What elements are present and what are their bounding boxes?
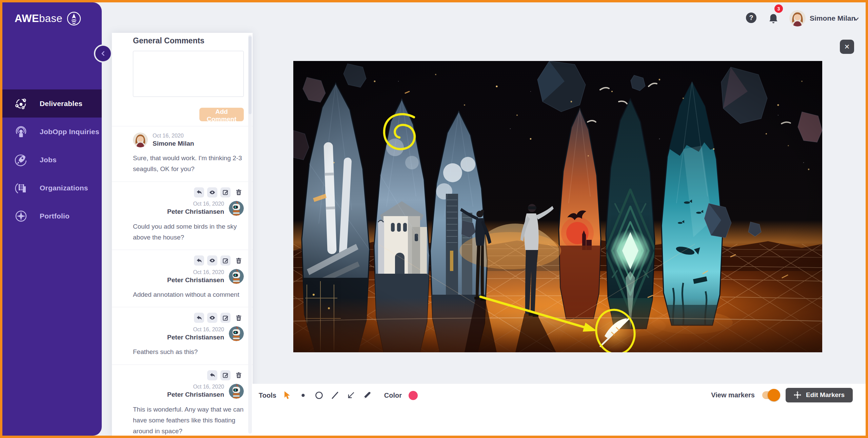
edit-button[interactable] bbox=[220, 370, 231, 380]
tool-pointer[interactable] bbox=[282, 390, 292, 400]
sidebar-item-portfolio[interactable]: Portfolio bbox=[2, 202, 102, 230]
tool-circle[interactable] bbox=[314, 390, 324, 400]
edit-button[interactable] bbox=[220, 313, 231, 323]
toggle-knob bbox=[768, 389, 780, 401]
eye-icon bbox=[209, 258, 215, 263]
pencil-icon bbox=[363, 391, 371, 399]
delete-button[interactable] bbox=[234, 255, 244, 266]
visibility-button[interactable] bbox=[207, 187, 217, 197]
orbit-icon bbox=[14, 97, 28, 111]
trash-icon bbox=[236, 189, 242, 195]
reply-icon bbox=[196, 315, 202, 320]
close-viewer-button[interactable]: ✕ bbox=[840, 40, 854, 54]
tools-label: Tools bbox=[259, 392, 276, 399]
comment-item: Oct 16, 2020 Peter Christiansen This is … bbox=[112, 364, 253, 436]
edit-button[interactable] bbox=[220, 255, 231, 266]
user-avatar[interactable] bbox=[789, 10, 806, 26]
sidebar-item-label: Deliverables bbox=[40, 100, 82, 108]
tool-line[interactable] bbox=[330, 390, 340, 400]
comment-meta: Oct 16, 2020 Peter Christiansen bbox=[133, 326, 244, 341]
avatar bbox=[229, 326, 244, 341]
question-mark-icon: ? bbox=[749, 14, 753, 22]
comments-panel-title: General Comments bbox=[133, 36, 244, 45]
comment-item: Oct 16, 2020 Peter Christiansen Feathers… bbox=[112, 307, 253, 364]
sidebar-item-label: JobOpp Inquiries bbox=[40, 128, 99, 136]
comment-item: Oct 16, 2020 Peter Christiansen Could yo… bbox=[112, 182, 253, 250]
cursor-icon bbox=[283, 391, 291, 400]
chevron-left-icon bbox=[100, 51, 106, 56]
tool-dot[interactable] bbox=[298, 390, 308, 400]
avatar bbox=[229, 201, 244, 216]
close-icon: ✕ bbox=[844, 43, 850, 51]
deliverable-image-canvas[interactable] bbox=[293, 61, 822, 352]
sidebar-item-label: Organizations bbox=[40, 184, 88, 192]
avatar bbox=[133, 132, 148, 147]
edit-button[interactable] bbox=[220, 187, 231, 197]
comment-item: Oct 16, 2020 Peter Christiansen Added an… bbox=[112, 250, 253, 307]
visibility-button[interactable] bbox=[207, 255, 217, 266]
color-swatch[interactable] bbox=[409, 391, 418, 400]
visibility-button[interactable] bbox=[207, 313, 217, 323]
comment-text: Added annotation without a comment bbox=[133, 289, 244, 300]
buildings-icon bbox=[14, 181, 28, 195]
awebase-logo-icon bbox=[66, 11, 81, 26]
tool-arrow[interactable] bbox=[346, 390, 356, 400]
sidebar-item-deliverables[interactable]: Deliverables bbox=[2, 89, 102, 118]
user-menu[interactable]: Simone Milan bbox=[810, 14, 855, 22]
avatar bbox=[229, 269, 244, 284]
color-label: Color bbox=[384, 392, 402, 399]
comment-meta: Oct 16, 2020 Peter Christiansen bbox=[133, 201, 244, 216]
chevron-down-icon[interactable] bbox=[853, 16, 859, 22]
sidebar-item-organizations[interactable]: Organizations bbox=[2, 174, 102, 202]
view-markers-toggle[interactable] bbox=[762, 391, 778, 399]
reply-icon bbox=[196, 258, 202, 263]
edit-icon bbox=[223, 189, 229, 195]
dot-icon bbox=[301, 393, 305, 397]
move-icon bbox=[794, 391, 801, 399]
trash-icon bbox=[236, 315, 242, 321]
comment-text: Could you add some birds in the sky abov… bbox=[133, 221, 244, 243]
brand-wordmark: AWEbase bbox=[15, 13, 62, 25]
avatar bbox=[229, 384, 244, 399]
reply-button[interactable] bbox=[194, 187, 204, 197]
comment-date: Oct 16, 2020 bbox=[153, 133, 194, 139]
comment-date: Oct 16, 2020 bbox=[167, 201, 224, 207]
comment-text: This is wonderful. Any way that we can h… bbox=[133, 404, 244, 436]
notifications-bell-icon[interactable] bbox=[768, 13, 778, 24]
line-icon bbox=[331, 391, 339, 399]
reply-button[interactable] bbox=[207, 370, 217, 380]
reply-icon bbox=[210, 373, 215, 378]
delete-button[interactable] bbox=[234, 187, 244, 197]
delete-button[interactable] bbox=[234, 313, 244, 323]
comment-composer: General Comments Add Comment bbox=[112, 33, 253, 126]
comment-date: Oct 16, 2020 bbox=[167, 327, 224, 333]
comment-date: Oct 16, 2020 bbox=[167, 384, 224, 390]
app-page: AWEbase Deliverables bbox=[0, 0, 868, 438]
annotation-toolbar: Tools Color View markers bbox=[253, 384, 866, 436]
broadcast-person-icon bbox=[14, 125, 28, 139]
sidebar-item-jobs[interactable]: Jobs bbox=[2, 146, 102, 174]
comments-scrollbar[interactable] bbox=[248, 35, 252, 434]
trash-icon bbox=[236, 372, 242, 378]
reply-button[interactable] bbox=[194, 255, 204, 266]
add-comment-button[interactable]: Add Comment bbox=[199, 108, 244, 121]
comment-text: Sure, that would work. I'm thinking 2-3 … bbox=[133, 153, 244, 175]
comment-author: Peter Christiansen bbox=[167, 391, 224, 398]
comment-meta: Oct 16, 2020 Peter Christiansen bbox=[133, 269, 244, 284]
comment-item: Oct 16, 2020 Simone Milan Sure, that wou… bbox=[112, 126, 253, 182]
comment-meta: Oct 16, 2020 Simone Milan bbox=[133, 132, 244, 147]
edit-icon bbox=[223, 258, 229, 264]
tool-pencil[interactable] bbox=[362, 390, 372, 400]
sidebar-item-jobopp-inquiries[interactable]: JobOpp Inquiries bbox=[2, 118, 102, 146]
sidebar-item-label: Jobs bbox=[40, 156, 57, 164]
reply-button[interactable] bbox=[194, 313, 204, 323]
help-button[interactable]: ? bbox=[746, 13, 756, 23]
comments-panel: General Comments Add Comment Oct 16, 202… bbox=[112, 33, 253, 436]
comment-input[interactable] bbox=[133, 51, 244, 97]
edit-markers-button[interactable]: Edit Markers bbox=[786, 388, 853, 402]
sidebar-collapse-button[interactable] bbox=[94, 44, 112, 63]
delete-button[interactable] bbox=[234, 370, 244, 380]
sidebar: AWEbase Deliverables bbox=[2, 2, 102, 436]
brand-logo[interactable]: AWEbase bbox=[15, 11, 81, 26]
notification-badge: 3 bbox=[774, 4, 783, 13]
